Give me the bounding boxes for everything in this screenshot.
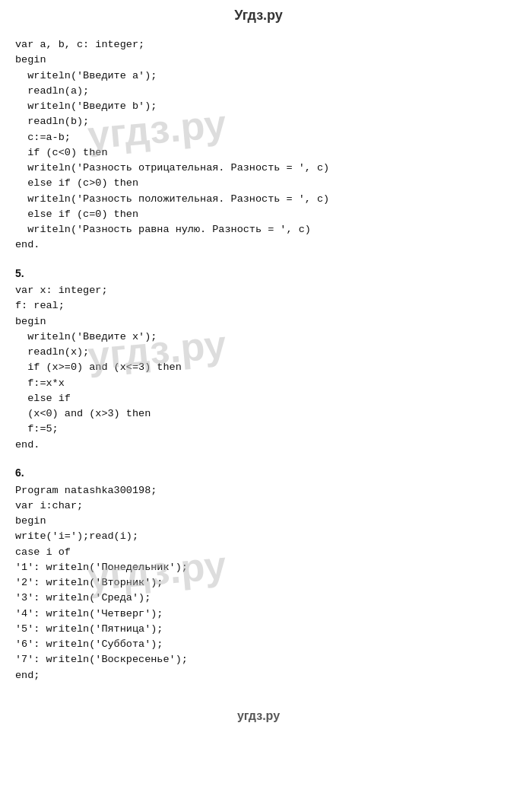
site-title: Угдз.ру [0, 0, 517, 30]
section-6-number: 6. [15, 465, 502, 482]
code-block-1: var a, b, c: integer; begin writeln('Вве… [15, 37, 502, 253]
code-block-6: Program natashka300198; var i:char; begi… [15, 483, 502, 683]
code-block-5: var x: integer; f: real; begin writeln('… [15, 283, 502, 453]
main-content: var a, b, c: integer; begin writeln('Вве… [0, 30, 517, 702]
section-5-number: 5. [15, 266, 502, 282]
header: Угдз.ру [0, 0, 517, 30]
footer-watermark: угдз.ру [0, 702, 517, 735]
